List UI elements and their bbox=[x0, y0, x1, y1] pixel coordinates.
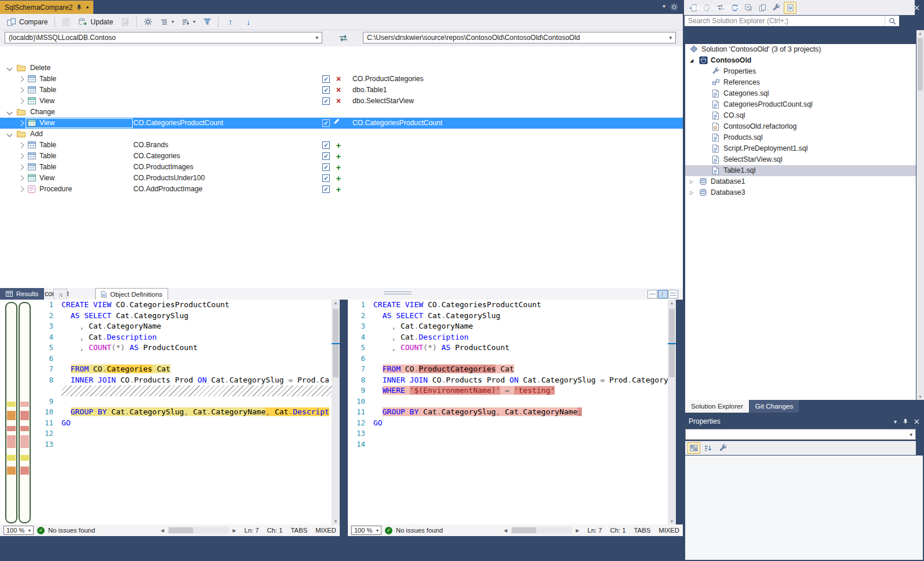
options-button[interactable] bbox=[140, 16, 156, 27]
compare-row[interactable]: TableCO.ProductImages✓+ bbox=[0, 162, 683, 173]
tree-item[interactable]: References bbox=[685, 77, 916, 88]
tree-item[interactable]: SelectStarView.sql bbox=[685, 154, 916, 165]
compare-row[interactable]: TableCO.Brands✓+ bbox=[0, 140, 683, 151]
chevron-down-icon[interactable]: ▾ bbox=[894, 418, 897, 425]
code-area[interactable]: CREATE VIEW CO.CategoriesProductCount AS… bbox=[373, 300, 668, 524]
view-horizontal-split-icon[interactable] bbox=[647, 290, 657, 298]
group-row[interactable]: Delete bbox=[0, 63, 683, 74]
zoom-combobox[interactable]: 100 %▾ bbox=[351, 526, 381, 535]
source-combobox[interactable]: (localdb)\MSSQLLocalDB.Contoso ▾ bbox=[5, 32, 322, 43]
code-area[interactable]: CREATE VIEW CO.CategoriesProductCount AS… bbox=[61, 300, 332, 524]
include-checkbox[interactable]: ✓ bbox=[322, 163, 330, 171]
tree-item[interactable]: Products.sql bbox=[685, 132, 916, 143]
tree-item[interactable]: ▷Database3 bbox=[685, 187, 916, 198]
group-row[interactable]: Change bbox=[0, 107, 683, 118]
include-checkbox[interactable]: ✓ bbox=[322, 141, 330, 149]
alphabetical-sort-icon[interactable] bbox=[702, 442, 715, 454]
generate-report-button[interactable] bbox=[118, 17, 133, 27]
scroll-right-icon[interactable]: ▶ bbox=[576, 528, 579, 533]
chevron-right-icon[interactable] bbox=[19, 76, 24, 82]
chevron-down-icon[interactable] bbox=[7, 65, 13, 71]
pin-icon[interactable] bbox=[903, 418, 908, 425]
compare-row[interactable]: View✓×dbo.SelectStarView bbox=[0, 96, 683, 107]
target-definition-editor[interactable]: 1234567891011121314CREATE VIEW CO.Catego… bbox=[348, 300, 676, 524]
close-icon[interactable] bbox=[914, 419, 919, 424]
include-checkbox[interactable]: ✓ bbox=[322, 119, 330, 127]
expander-collapsed-icon[interactable]: ▷ bbox=[690, 176, 693, 187]
horizontal-scrollbar[interactable] bbox=[168, 527, 229, 534]
tree-item[interactable]: Table1.sql bbox=[685, 165, 916, 176]
tab-git-changes[interactable]: Git Changes bbox=[750, 400, 799, 413]
include-checkbox[interactable]: ✓ bbox=[322, 97, 330, 105]
vertical-scrollbar[interactable]: ▲▼ bbox=[332, 300, 340, 524]
view-inline-icon[interactable] bbox=[668, 290, 678, 298]
scroll-up-icon[interactable]: ▲ bbox=[916, 31, 924, 35]
compare-row[interactable]: Table✓×CO.ProductCategories bbox=[0, 74, 683, 85]
compare-row[interactable]: ViewCO.CategoriesProductCount✓CO.Categor… bbox=[0, 118, 683, 129]
include-checkbox[interactable]: ✓ bbox=[322, 75, 330, 83]
tree-item[interactable]: Solution 'ContosoOld' (3 of 3 projects) bbox=[685, 44, 916, 55]
chevron-right-icon[interactable] bbox=[19, 187, 24, 192]
expander-collapsed-icon[interactable]: ▷ bbox=[690, 187, 693, 198]
scroll-right-icon[interactable]: ▶ bbox=[232, 528, 236, 533]
include-checkbox[interactable]: ✓ bbox=[322, 174, 330, 182]
scrollbar-thumb[interactable] bbox=[918, 38, 923, 90]
property-pages-icon[interactable] bbox=[716, 442, 729, 454]
tab-results[interactable]: Results bbox=[0, 288, 44, 300]
filter-button[interactable] bbox=[200, 17, 214, 27]
sort-results-button[interactable]: ▾ bbox=[179, 17, 199, 27]
pin-icon[interactable] bbox=[76, 4, 82, 11]
expander-expanded-icon[interactable]: ◢ bbox=[690, 55, 693, 66]
tab-solution-explorer[interactable]: Solution Explorer bbox=[685, 400, 749, 413]
chevron-down-icon[interactable]: ▾ bbox=[894, 5, 897, 11]
tree-item[interactable]: ContosoOld.refactorlog bbox=[685, 121, 916, 132]
close-icon[interactable] bbox=[914, 5, 919, 10]
chevron-right-icon[interactable] bbox=[19, 176, 24, 181]
target-combobox[interactable]: C:\Users\drskwier\source\repos\ContosoOl… bbox=[363, 32, 676, 43]
chevron-down-icon[interactable] bbox=[7, 132, 13, 137]
document-tab[interactable]: SqlSchemaCompare2 ● bbox=[0, 1, 93, 14]
compare-row[interactable]: TableCO.Categories✓+ bbox=[0, 151, 683, 162]
scroll-down-icon[interactable]: ▼ bbox=[668, 519, 676, 523]
tree-item[interactable]: CategoriesProductCount.sql bbox=[685, 99, 916, 110]
next-difference-button[interactable]: ↓ bbox=[240, 16, 257, 28]
sort-icon[interactable]: ↑↓ bbox=[53, 289, 67, 300]
properties-object-combobox[interactable]: ▾ bbox=[685, 429, 916, 440]
scrollbar-thumb[interactable] bbox=[169, 527, 193, 533]
scroll-down-icon[interactable]: ▼ bbox=[916, 395, 924, 399]
categorized-icon[interactable] bbox=[687, 442, 700, 454]
group-results-button[interactable]: ▾ bbox=[157, 17, 177, 27]
compare-row[interactable]: Table✓×dbo.Table1 bbox=[0, 85, 683, 96]
pin-icon[interactable] bbox=[903, 5, 908, 11]
view-vertical-split-icon[interactable] bbox=[658, 290, 668, 298]
scroll-left-icon[interactable]: ◀ bbox=[504, 528, 507, 533]
tree-item[interactable]: Properties bbox=[685, 66, 916, 77]
scroll-down-icon[interactable]: ▼ bbox=[332, 519, 340, 523]
scrollbar-thumb[interactable] bbox=[512, 527, 536, 533]
chevron-right-icon[interactable] bbox=[19, 121, 24, 126]
chevron-right-icon[interactable] bbox=[19, 165, 24, 170]
compare-button[interactable]: Compare bbox=[3, 17, 51, 27]
chevron-down-icon[interactable] bbox=[7, 110, 13, 115]
tree-item[interactable]: ▷Database1 bbox=[685, 176, 916, 187]
compare-row[interactable]: ViewCO.ProductsUnder100✓+ bbox=[0, 173, 683, 184]
compare-row[interactable]: ProcedureCO.AddProductImage✓+ bbox=[0, 184, 683, 195]
tree-item[interactable]: CO.sql bbox=[685, 110, 916, 121]
document-list-chevron-icon[interactable]: ▾ bbox=[663, 3, 665, 9]
chevron-right-icon[interactable] bbox=[19, 154, 24, 159]
horizontal-scrollbar[interactable] bbox=[511, 527, 572, 534]
previous-difference-button[interactable]: ↑ bbox=[222, 16, 239, 28]
overview-bar[interactable] bbox=[19, 302, 31, 523]
tab-object-definitions[interactable]: Object Definitions bbox=[95, 288, 168, 300]
overview-bar[interactable] bbox=[5, 302, 17, 523]
splitter-grip[interactable] bbox=[384, 292, 412, 296]
chevron-right-icon[interactable] bbox=[19, 99, 24, 104]
tree-item[interactable]: Categories.sql bbox=[685, 88, 916, 99]
scroll-up-icon[interactable]: ▲ bbox=[668, 301, 676, 305]
chevron-right-icon[interactable] bbox=[19, 88, 24, 93]
document-well-gear-icon[interactable] bbox=[670, 3, 678, 11]
chevron-right-icon[interactable] bbox=[19, 143, 24, 148]
scroll-up-icon[interactable]: ▲ bbox=[332, 301, 340, 305]
solution-explorer-scrollbar[interactable]: ▲ ▼ bbox=[916, 30, 924, 400]
search-input[interactable] bbox=[685, 17, 885, 25]
